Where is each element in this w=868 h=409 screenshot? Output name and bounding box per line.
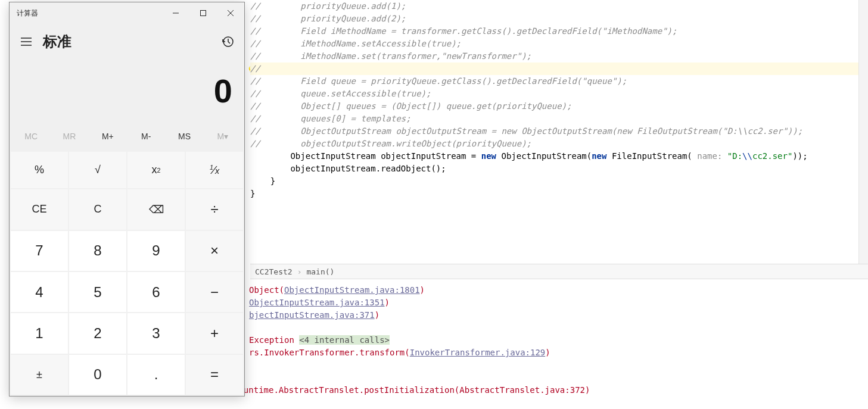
key-multiply[interactable]: × — [186, 231, 243, 271]
key-c[interactable]: C — [69, 189, 126, 229]
memory-recall[interactable]: MR — [50, 124, 88, 148]
key-subtract[interactable]: − — [186, 272, 243, 312]
close-button[interactable] — [217, 4, 244, 23]
breadcrumb[interactable]: CC2Test2 › main() — [250, 264, 868, 279]
stack-text: Exception — [249, 335, 299, 345]
key-8[interactable]: 8 — [69, 231, 126, 271]
stack-link[interactable]: bjectInputStream.java:371 — [249, 310, 375, 320]
key-percent[interactable]: % — [11, 152, 68, 188]
calculator-window: 计算器 标准 0 MC MR M+ M- MS M▾ % √ x2 1∕x CE… — [9, 2, 245, 396]
calculator-header: 标准 — [10, 24, 244, 60]
titlebar[interactable]: 计算器 — [10, 2, 244, 24]
key-divide[interactable]: ÷ — [186, 189, 243, 229]
memory-minus[interactable]: M- — [127, 124, 165, 148]
svg-rect-1 — [201, 11, 206, 16]
calculator-mode-label: 标准 — [43, 32, 216, 51]
key-7[interactable]: 7 — [11, 231, 68, 271]
key-4[interactable]: 4 — [11, 272, 68, 312]
calculator-display: 0 — [10, 60, 244, 122]
key-2[interactable]: 2 — [69, 313, 126, 353]
stack-link[interactable]: ObjectInputStream.java:1801 — [284, 285, 420, 295]
key-add[interactable]: + — [186, 313, 243, 353]
breadcrumb-method[interactable]: main() — [306, 267, 334, 276]
hamburger-menu-icon[interactable] — [14, 30, 38, 54]
keypad: % √ x2 1∕x CE C ⌫ ÷ 7 8 9 × 4 5 6 − 1 2 … — [10, 151, 244, 396]
memory-plus[interactable]: M+ — [89, 124, 127, 148]
key-equals[interactable]: = — [186, 355, 243, 395]
key-backspace[interactable]: ⌫ — [127, 189, 185, 229]
key-decimal[interactable]: . — [127, 355, 185, 395]
chevron-right-icon: › — [297, 267, 302, 276]
vertical-scrollbar[interactable] — [858, 0, 868, 264]
memory-clear[interactable]: MC — [12, 124, 50, 148]
key-sqrt[interactable]: √ — [69, 152, 126, 188]
memory-list[interactable]: M▾ — [204, 124, 242, 148]
key-5[interactable]: 5 — [69, 272, 126, 312]
window-title: 计算器 — [17, 8, 162, 18]
key-1[interactable]: 1 — [11, 313, 68, 353]
maximize-button[interactable] — [189, 4, 217, 23]
key-square[interactable]: x2 — [127, 152, 185, 188]
breadcrumb-class[interactable]: CC2Test2 — [255, 267, 293, 276]
key-ce[interactable]: CE — [11, 189, 68, 229]
minimize-button[interactable] — [162, 4, 189, 23]
history-icon[interactable] — [216, 30, 239, 54]
key-3[interactable]: 3 — [127, 313, 185, 353]
code-area[interactable]: // priorityQueue.add(1);// priorityQueue… — [250, 0, 868, 264]
key-negate[interactable]: ± — [11, 355, 68, 395]
key-reciprocal[interactable]: 1∕x — [186, 152, 243, 188]
stack-text: rs.InvokerTransformer.transform( — [249, 348, 410, 357]
memory-store[interactable]: MS — [165, 124, 203, 148]
key-9[interactable]: 9 — [127, 231, 185, 271]
stack-link[interactable]: ObjectInputStream.java:1351 — [249, 298, 385, 307]
stack-link[interactable]: InvokerTransformer.java:129 — [410, 348, 546, 357]
key-6[interactable]: 6 — [127, 272, 185, 312]
stack-text: Object( — [249, 285, 284, 295]
internal-calls-badge[interactable]: <4 internal calls> — [299, 335, 390, 345]
key-0[interactable]: 0 — [69, 355, 126, 395]
memory-row: MC MR M+ M- MS M▾ — [10, 122, 244, 151]
